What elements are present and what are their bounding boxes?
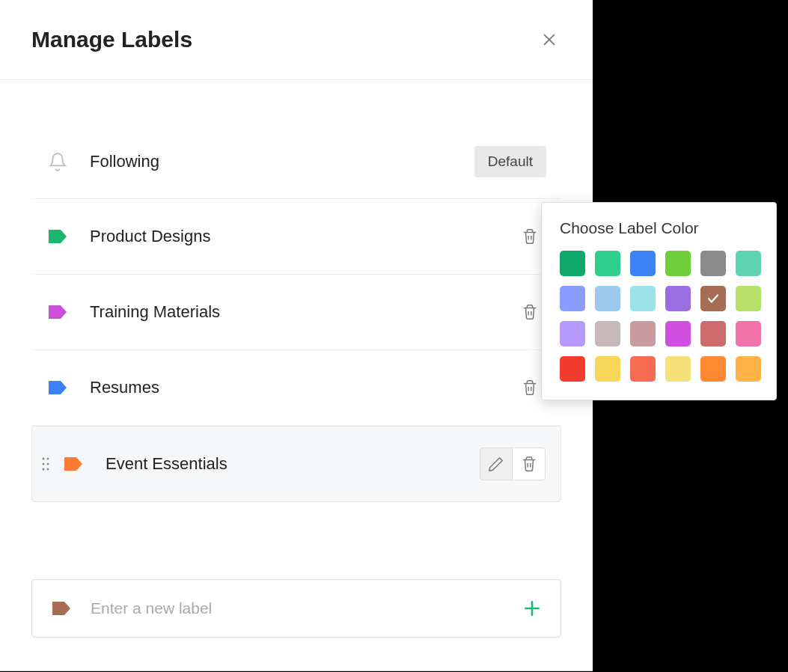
color-swatch[interactable] <box>736 321 761 346</box>
color-swatch[interactable] <box>700 321 726 346</box>
color-swatch[interactable] <box>630 251 656 276</box>
color-swatch[interactable] <box>560 286 585 311</box>
label-row-resumes[interactable]: Resumes <box>31 350 561 426</box>
default-badge: Default <box>474 146 546 177</box>
tag-icon <box>62 455 85 473</box>
color-swatch[interactable] <box>630 356 656 382</box>
color-swatch[interactable] <box>736 286 761 311</box>
color-swatch[interactable] <box>560 251 585 276</box>
label-name: Resumes <box>90 378 513 397</box>
color-picker-popover: Choose Label Color <box>541 202 777 400</box>
modal-title: Manage Labels <box>31 27 192 52</box>
svg-point-9 <box>47 458 49 460</box>
svg-point-10 <box>43 463 45 465</box>
label-name: Training Materials <box>90 302 513 322</box>
label-row-training-materials[interactable]: Training Materials <box>31 275 561 350</box>
drag-handle-icon[interactable] <box>40 456 52 471</box>
labels-list: Following Default Product Designs <box>0 80 593 502</box>
trash-icon <box>522 304 538 320</box>
color-picker-title: Choose Label Color <box>560 219 758 237</box>
color-swatch[interactable] <box>736 356 761 382</box>
row-actions <box>480 448 546 480</box>
color-swatch[interactable] <box>665 356 691 382</box>
svg-point-8 <box>43 458 45 460</box>
trash-icon <box>522 379 538 396</box>
tag-icon[interactable] <box>50 599 73 617</box>
trash-icon <box>522 228 538 245</box>
label-row-event-essentials[interactable]: Event Essentials <box>31 426 561 502</box>
new-label-input[interactable] <box>91 599 522 617</box>
color-swatch[interactable] <box>700 251 726 276</box>
tag-icon <box>46 227 69 245</box>
manage-labels-modal: Manage Labels Following Default <box>0 0 593 671</box>
check-icon <box>706 292 720 305</box>
plus-icon <box>522 599 542 618</box>
svg-point-11 <box>47 463 49 465</box>
edit-button[interactable] <box>480 448 513 480</box>
trash-icon <box>521 456 537 472</box>
color-swatch[interactable] <box>665 286 691 311</box>
label-row-following[interactable]: Following Default <box>31 125 561 199</box>
label-row-product-designs[interactable]: Product Designs <box>31 199 561 275</box>
new-label-row <box>31 579 561 638</box>
label-name: Product Designs <box>90 227 513 246</box>
color-swatch[interactable] <box>665 251 691 276</box>
bell-icon <box>46 153 69 171</box>
color-swatch[interactable] <box>630 286 656 311</box>
label-name: Event Essentials <box>106 454 480 474</box>
modal-header: Manage Labels <box>0 0 593 80</box>
svg-point-13 <box>47 468 49 471</box>
close-button[interactable] <box>540 31 558 49</box>
color-swatch[interactable] <box>736 251 761 276</box>
add-label-button[interactable] <box>522 598 543 619</box>
svg-point-12 <box>43 468 45 471</box>
tag-icon <box>46 379 69 397</box>
color-swatch[interactable] <box>700 286 726 311</box>
color-swatch[interactable] <box>595 251 620 276</box>
color-swatch[interactable] <box>595 321 620 346</box>
label-name: Following <box>90 152 474 171</box>
pencil-icon <box>488 456 504 472</box>
color-swatch[interactable] <box>595 356 620 382</box>
color-swatch[interactable] <box>700 356 726 382</box>
close-icon <box>541 31 558 48</box>
delete-button[interactable] <box>513 448 546 480</box>
color-swatch[interactable] <box>665 321 691 346</box>
color-swatch[interactable] <box>560 356 585 382</box>
color-grid <box>560 251 758 382</box>
color-swatch[interactable] <box>630 321 656 346</box>
color-swatch[interactable] <box>560 321 585 346</box>
color-swatch[interactable] <box>595 286 620 311</box>
tag-icon <box>46 303 69 321</box>
